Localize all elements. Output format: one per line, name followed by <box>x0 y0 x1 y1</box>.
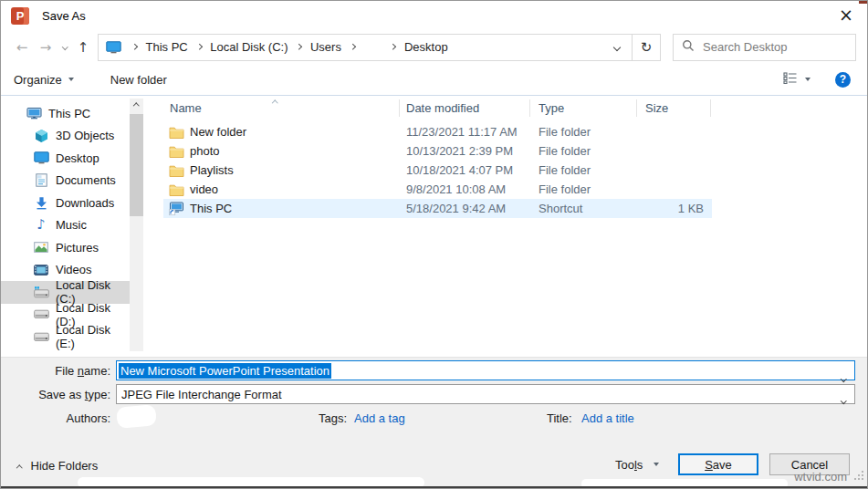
powerpoint-icon: P <box>11 7 29 25</box>
save-button[interactable]: Save <box>678 453 758 475</box>
chevron-down-icon[interactable] <box>842 368 846 384</box>
sidebar-scrollbar[interactable] <box>130 99 143 351</box>
sidebar-item-3d-objects[interactable]: 3D Objects <box>1 125 130 148</box>
sidebar-item-label: Pictures <box>56 241 99 255</box>
file-row-playlists[interactable]: Playlists10/18/2021 4:07 PMFile folder <box>163 161 712 180</box>
file-list-pane: Name Date modified Type Size New folder1… <box>158 96 867 357</box>
scrollbar-thumb[interactable] <box>130 114 143 216</box>
breadcrumb-separator-icon <box>196 44 202 49</box>
breadcrumb-item-users[interactable]: Users <box>309 40 343 54</box>
sidebar-item-label: This PC <box>48 107 90 120</box>
breadcrumb: This PCLocal Disk (C:)UsersDesktop <box>125 40 450 54</box>
navigation-pane: This PC3D ObjectsDesktopDocumentsDownloa… <box>1 96 158 357</box>
save-as-dialog: P Save As × ← → ↑ This PCLocal Disk (C:)… <box>0 0 868 489</box>
sidebar-item-local-disk-e[interactable]: Local Disk (E:) <box>1 326 130 349</box>
type-cell: Shortcut <box>530 202 637 215</box>
organize-label: Organize <box>14 73 62 87</box>
breadcrumb-item-desktop[interactable]: Desktop <box>403 40 450 54</box>
close-icon[interactable]: × <box>827 1 865 28</box>
computer-shortcut-icon <box>169 202 184 215</box>
main-area: This PC3D ObjectsDesktopDocumentsDownloa… <box>1 96 867 357</box>
file-row-this-pc[interactable]: This PC5/18/2021 9:42 AMShortcut1 KB <box>163 199 712 218</box>
documents-icon <box>33 173 49 187</box>
address-bar[interactable]: This PCLocal Disk (C:)UsersDesktop ↻ <box>98 34 661 61</box>
tools-label: Tools <box>615 458 643 472</box>
scroll-up-icon[interactable] <box>130 99 143 113</box>
title-label: Title: <box>547 411 572 425</box>
chevron-down-icon[interactable] <box>842 391 846 405</box>
disk-windows-icon <box>33 286 49 298</box>
breadcrumb-separator-icon <box>131 44 137 49</box>
file-name-text: Playlists <box>190 163 234 177</box>
toolbar-right-group: ? <box>783 71 851 88</box>
date-modified-cell: 5/18/2021 9:42 AM <box>400 202 530 215</box>
up-icon[interactable]: ↑ <box>72 39 94 56</box>
save-as-type-select[interactable]: JPEG File Interchange Format <box>116 384 855 404</box>
file-row-photo[interactable]: photo10/13/2021 2:39 PMFile folder <box>163 141 712 161</box>
file-row-video[interactable]: video9/8/2021 10:08 AMFile folder <box>163 180 712 199</box>
forward-icon[interactable]: → <box>34 39 58 56</box>
file-name-text: New folder <box>190 125 246 139</box>
date-modified-cell: 10/18/2021 4:07 PM <box>400 163 530 177</box>
file-name-input[interactable]: New Microsoft PowerPoint Presentation <box>116 360 855 380</box>
resize-grip[interactable] <box>854 468 864 484</box>
breadcrumb-separator-icon <box>350 44 355 49</box>
sidebar-item-this-pc[interactable]: This PC <box>1 102 130 125</box>
navigation-bar: ← → ↑ This PCLocal Disk (C:)UsersDesktop… <box>1 30 867 64</box>
authors-label: Authors: <box>1 411 116 425</box>
sidebar-item-downloads[interactable]: Downloads <box>1 192 130 214</box>
column-header-date-modified[interactable]: Date modified <box>400 99 530 117</box>
sidebar-item-label: Local Disk (E:) <box>56 323 130 350</box>
sidebar-item-documents[interactable]: Documents <box>1 170 130 192</box>
sidebar-item-label: Desktop <box>56 151 99 165</box>
file-name-text: This PC <box>190 202 232 215</box>
desktop-location-icon <box>106 41 121 54</box>
breadcrumb-item-this-pc[interactable]: This PC <box>144 40 190 54</box>
new-folder-button[interactable]: New folder <box>110 73 167 87</box>
sidebar-item-label: Documents <box>56 173 116 187</box>
file-name-value: New Microsoft PowerPoint Presentation <box>119 363 331 379</box>
back-icon[interactable]: ← <box>10 39 34 56</box>
details-view-icon <box>783 71 798 88</box>
chevron-up-icon <box>17 459 22 473</box>
breadcrumb-item-local-disk-c[interactable]: Local Disk (C:) <box>208 40 289 54</box>
organize-button[interactable]: Organize <box>14 73 74 87</box>
type-cell: File folder <box>530 125 637 139</box>
add-a-title-link[interactable]: Add a title <box>581 411 634 425</box>
save-as-type-label: Save as type: <box>1 388 116 401</box>
3d-objects-icon <box>33 129 49 143</box>
file-row-new-folder[interactable]: New folder11/23/2021 11:17 AMFile folder <box>163 122 712 141</box>
date-modified-cell: 11/23/2021 11:17 AM <box>400 125 530 139</box>
sidebar-item-label: Downloads <box>56 196 114 210</box>
date-modified-cell: 9/8/2021 10:08 AM <box>400 182 530 196</box>
sidebar-item-pictures[interactable]: Pictures <box>1 236 130 259</box>
sidebar-item-label: Music <box>56 218 87 232</box>
breadcrumb-separator-icon <box>391 44 396 49</box>
refresh-icon[interactable]: ↻ <box>632 35 660 60</box>
title-bar: P Save As × <box>1 1 867 30</box>
search-box[interactable]: Search Desktop <box>673 34 856 61</box>
add-a-tag-link[interactable]: Add a tag <box>354 411 405 425</box>
file-name-text: video <box>190 182 218 196</box>
previous-locations-icon[interactable] <box>602 35 632 60</box>
tags-label: Tags: <box>319 411 347 425</box>
column-header-type[interactable]: Type <box>530 99 637 117</box>
sidebar-item-desktop[interactable]: Desktop <box>1 147 130 170</box>
tools-button[interactable]: Tools <box>615 453 659 475</box>
search-icon <box>682 39 695 56</box>
help-icon[interactable]: ? <box>835 72 851 88</box>
address-bar-tail: ↻ <box>602 35 660 60</box>
sidebar-item-music[interactable]: ♪Music <box>1 214 130 237</box>
column-headers: Name Date modified Type Size <box>163 96 867 120</box>
pictures-icon <box>33 242 49 253</box>
chevron-down-icon <box>68 78 74 81</box>
computer-icon <box>26 107 42 120</box>
change-view-button[interactable] <box>783 71 810 88</box>
column-header-size[interactable]: Size <box>637 99 711 117</box>
hide-folders-label: Hide Folders <box>31 459 99 473</box>
videos-icon <box>33 265 49 276</box>
hide-folders-button[interactable]: Hide Folders <box>17 459 98 473</box>
file-name-row: File name: New Microsoft PowerPoint Pres… <box>1 360 867 380</box>
column-header-name[interactable]: Name <box>163 99 400 117</box>
recent-locations-icon[interactable] <box>58 45 72 49</box>
